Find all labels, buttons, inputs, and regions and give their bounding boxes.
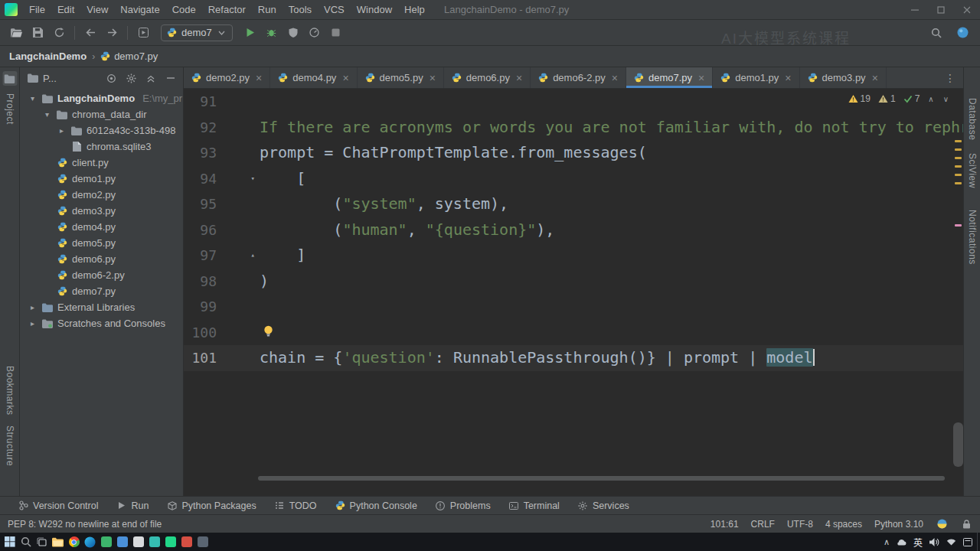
file-encoding[interactable]: UTF-8 [787,519,813,530]
line-separator[interactable]: CRLF [751,519,775,530]
stripe-mark[interactable] [955,174,962,176]
line-number[interactable]: 95 [184,191,256,217]
project-panel-title[interactable]: P... [43,73,57,84]
collapse-all-icon[interactable] [143,70,158,86]
fold-icon[interactable]: ▴ [251,243,255,269]
line-number[interactable]: 98 [184,269,256,295]
python-interpreter[interactable]: Python 3.10 [874,519,923,530]
tree-item-external-libraries[interactable]: ▸External Libraries [20,299,183,315]
tree-item-6012a43c-313b-498[interactable]: ▸6012a43c-313b-498 [20,122,183,139]
menu-vcs[interactable]: VCS [318,0,351,19]
taskbar-app-teal[interactable] [146,533,162,550]
tree-item-demo6-2-py[interactable]: demo6-2.py [20,267,183,283]
indent-style[interactable]: 4 spaces [825,519,862,530]
save-all-icon[interactable] [28,24,47,42]
editor-tab-demo1-py[interactable]: demo1.py× [713,67,799,88]
menu-run[interactable]: Run [252,0,283,19]
tree-item-demo4-py[interactable]: demo4.py [20,219,183,235]
code-area[interactable]: If there are acronyms or words you are n… [256,89,963,496]
run-configurations-icon[interactable] [133,24,153,42]
tree-arrow-icon[interactable]: ▸ [28,319,38,328]
tool-strip-sciview[interactable]: SciView [967,153,978,188]
line-number[interactable]: 94▾ [184,166,256,192]
inspections-widget[interactable]: 1917∧∨ [848,93,949,104]
taskbar-pycharm[interactable] [162,533,178,550]
code-line[interactable]: If there are acronyms or words you are n… [256,115,963,141]
tree-item-demo6-py[interactable]: demo6.py [20,251,183,267]
status-message[interactable]: PEP 8: W292 no newline at end of file [8,519,162,530]
code-line[interactable]: prompt = ChatPromptTemplate.from_message… [256,140,963,166]
tree-item-chroma-sqlite3[interactable]: chroma.sqlite3 [20,139,183,155]
intention-bulb-icon[interactable] [263,325,274,337]
toolwindow-version-control[interactable]: Version Control [11,497,106,514]
line-number[interactable]: 97▴ [184,243,256,269]
tool-strip-notifications[interactable]: Notifications [967,210,978,265]
search-everywhere-icon[interactable] [926,24,946,42]
tool-strip-database[interactable]: Database [967,98,978,140]
run-config-selector[interactable]: demo7 [161,24,233,41]
toolwindow-todo[interactable]: TODO [267,497,325,514]
inspection-weak[interactable]: 1 [878,93,896,104]
panel-settings-icon[interactable] [123,70,139,86]
debug-button[interactable] [262,24,282,42]
line-number[interactable]: 93 [184,140,256,166]
tree-item-demo3-py[interactable]: demo3.py [20,203,183,219]
menu-navigate[interactable]: Navigate [114,0,165,19]
inspection-warn[interactable]: 19 [848,93,871,104]
taskbar-search[interactable] [18,533,34,550]
stop-button[interactable] [326,24,346,42]
menu-code[interactable]: Code [166,0,202,19]
editor-tab-demo6-2-py[interactable]: demo6-2.py× [531,67,626,88]
tree-arrow-icon[interactable]: ▾ [28,94,38,103]
toolwindow-problems[interactable]: Problems [428,497,498,514]
caret-position[interactable]: 101:61 [710,519,739,530]
tab-close-icon[interactable]: × [698,73,704,83]
vertical-scrollbar[interactable] [953,422,963,467]
prev-issue-icon[interactable]: ∧ [927,95,934,103]
taskbar-app-blue[interactable] [114,533,130,550]
menu-help[interactable]: Help [398,0,431,19]
coverage-button[interactable] [283,24,303,42]
next-issue-icon[interactable]: ∨ [942,95,949,103]
taskbar-app-light[interactable] [130,533,146,550]
editor-tab-demo6-py[interactable]: demo6.py× [444,67,531,88]
fold-icon[interactable]: ▾ [251,166,255,192]
tab-close-icon[interactable]: × [516,73,522,83]
tree-item-client-py[interactable]: client.py [20,155,183,171]
close-button[interactable] [954,0,980,20]
menu-view[interactable]: View [80,0,114,19]
line-number[interactable]: 99 [184,294,256,320]
tray-onedrive[interactable] [897,539,906,546]
code-line[interactable]: [ [256,166,963,192]
inspection-ok[interactable]: 7 [903,93,920,104]
stripe-mark[interactable] [955,224,962,227]
taskbar-browser-chrome[interactable] [66,533,82,550]
tab-close-icon[interactable]: × [430,73,436,83]
menu-tools[interactable]: Tools [283,0,318,19]
tray-network[interactable] [946,538,956,546]
stripe-mark[interactable] [955,182,962,184]
tree-item-demo1-py[interactable]: demo1.py [20,171,183,187]
taskbar-app-gray[interactable] [194,533,211,550]
code-line[interactable]: ] [256,243,963,269]
editor-tab-demo5-py[interactable]: demo5.py× [358,67,444,88]
tree-item-langchaindemo[interactable]: ▾LangchainDemoE:\my_pr [20,90,183,106]
back-icon[interactable] [80,24,100,42]
editor-tab-demo3-py[interactable]: demo3.py× [800,67,887,88]
tree-arrow-icon[interactable]: ▾ [42,110,52,119]
code-line[interactable] [256,294,963,320]
line-number[interactable]: 101 [184,345,256,371]
tab-close-icon[interactable]: × [785,73,791,83]
tree-arrow-icon[interactable]: ▸ [28,303,38,311]
menu-window[interactable]: Window [351,0,398,19]
tree-item-demo5-py[interactable]: demo5.py [20,235,183,251]
tray-volume[interactable] [929,538,939,546]
stripe-mark[interactable] [955,157,962,159]
interpreter-icon[interactable] [936,519,948,529]
code-line[interactable]: chain = {'question': RunnablePassthrough… [256,345,963,371]
restore-button[interactable] [928,0,954,20]
line-number[interactable]: 91 [184,89,256,115]
line-number[interactable]: 92 [184,115,256,141]
menu-file[interactable]: File [23,0,51,19]
taskbar-app-red[interactable] [178,533,194,550]
